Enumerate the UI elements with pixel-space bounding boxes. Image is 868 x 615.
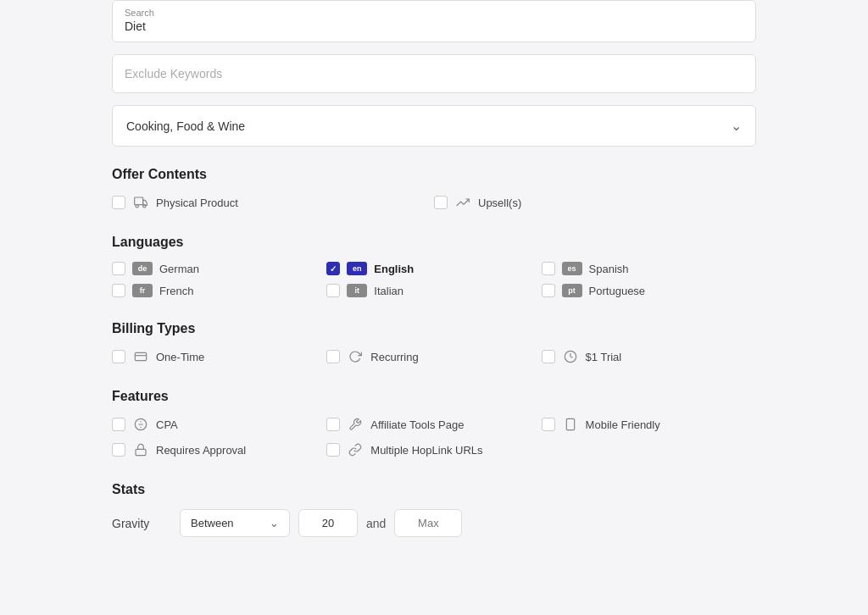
- features-title: Features: [112, 389, 756, 404]
- it-badge: it: [347, 284, 367, 297]
- mobile-icon: [562, 416, 579, 433]
- de-badge: de: [132, 262, 153, 275]
- multiple-hoplinks-checkbox[interactable]: [326, 443, 340, 457]
- english-checkbox[interactable]: [326, 262, 340, 275]
- lang-german[interactable]: de German: [112, 262, 326, 275]
- stats-section: Stats Gravity Between ⌄ and: [112, 482, 756, 537]
- search-label: Search: [125, 8, 743, 18]
- clock-icon: [562, 348, 579, 365]
- languages-section: Languages de German en English es Spanis…: [112, 235, 756, 297]
- gravity-operator-select[interactable]: Between ⌄: [180, 509, 290, 537]
- portuguese-checkbox[interactable]: [542, 284, 555, 297]
- one-time-label: One-Time: [156, 351, 204, 363]
- billing-trial[interactable]: $1 Trial: [542, 348, 756, 365]
- french-checkbox[interactable]: [112, 284, 125, 297]
- portuguese-label: Portuguese: [589, 285, 646, 297]
- wrench-icon: [347, 416, 364, 433]
- search-box: Search: [112, 0, 756, 42]
- one-time-checkbox[interactable]: [112, 350, 125, 363]
- offer-contents-section: Offer Contents Physical Product: [112, 167, 756, 211]
- search-input[interactable]: [125, 19, 743, 33]
- gravity-operator-value: Between: [191, 517, 234, 529]
- exclude-keywords-box[interactable]: Exclude Keywords: [112, 54, 756, 93]
- features-options: CPA Affiliate Tools Page Mobil: [112, 416, 756, 458]
- feature-mobile-friendly[interactable]: Mobile Friendly: [542, 416, 756, 433]
- upsells-checkbox[interactable]: [434, 196, 448, 209]
- spanish-checkbox[interactable]: [542, 262, 555, 275]
- multiple-hoplinks-label: Multiple HopLink URLs: [370, 444, 482, 457]
- en-badge: en: [347, 262, 367, 275]
- offer-upsells[interactable]: Upsell(s): [434, 194, 756, 211]
- lang-french[interactable]: fr French: [112, 284, 326, 297]
- lang-portuguese[interactable]: pt Portuguese: [542, 284, 756, 297]
- refresh-icon: [347, 348, 364, 365]
- svg-rect-9: [136, 449, 146, 455]
- spanish-label: Spanish: [589, 263, 629, 275]
- dollar-circle-icon: [132, 416, 149, 433]
- billing-types-options: One-Time Recurring $1 Trial: [112, 348, 756, 365]
- pt-badge: pt: [562, 284, 582, 297]
- italian-label: Italian: [374, 285, 403, 297]
- link-icon: [347, 441, 364, 458]
- gravity-and-label: and: [366, 517, 386, 530]
- mobile-friendly-label: Mobile Friendly: [586, 418, 660, 431]
- recurring-label: Recurring: [370, 351, 418, 363]
- requires-approval-checkbox[interactable]: [112, 443, 125, 457]
- billing-types-title: Billing Types: [112, 321, 756, 336]
- truck-icon: [132, 194, 149, 211]
- features-section: Features CPA Affiliate Tools Pag: [112, 389, 756, 458]
- fr-badge: fr: [132, 284, 153, 297]
- feature-affiliate-tools[interactable]: Affiliate Tools Page: [326, 416, 541, 433]
- affiliate-tools-label: Affiliate Tools Page: [370, 418, 464, 431]
- gravity-row: Gravity Between ⌄ and: [112, 509, 756, 537]
- lang-english[interactable]: en English: [326, 262, 541, 275]
- offer-contents-title: Offer Contents: [112, 167, 756, 182]
- trial-label: $1 Trial: [586, 351, 622, 363]
- languages-options: de German en English es Spanish fr Frenc…: [112, 262, 756, 297]
- category-value: Cooking, Food & Wine: [126, 119, 245, 133]
- svg-rect-7: [566, 418, 574, 429]
- lock-icon: [132, 441, 149, 458]
- lang-italian[interactable]: it Italian: [326, 284, 541, 297]
- feature-requires-approval[interactable]: Requires Approval: [112, 441, 326, 458]
- english-label: English: [374, 263, 414, 275]
- lang-spanish[interactable]: es Spanish: [542, 262, 756, 275]
- category-dropdown[interactable]: Cooking, Food & Wine ⌄: [112, 105, 756, 147]
- svg-point-1: [136, 205, 138, 208]
- dollar-icon: [132, 348, 149, 365]
- svg-point-2: [143, 205, 146, 208]
- stats-title: Stats: [112, 482, 756, 497]
- affiliate-tools-checkbox[interactable]: [326, 418, 340, 431]
- german-label: German: [159, 263, 199, 275]
- offer-contents-options: Physical Product Upsell(s): [112, 194, 756, 211]
- chevron-down-icon: ⌄: [731, 118, 742, 134]
- recurring-checkbox[interactable]: [326, 350, 340, 363]
- feature-cpa[interactable]: CPA: [112, 416, 326, 433]
- exclude-keywords-placeholder: Exclude Keywords: [125, 67, 222, 80]
- gravity-min-input[interactable]: [298, 509, 358, 537]
- cpa-checkbox[interactable]: [112, 418, 125, 431]
- offer-physical-product[interactable]: Physical Product: [112, 194, 434, 211]
- french-label: French: [159, 285, 193, 297]
- es-badge: es: [562, 262, 582, 275]
- svg-rect-0: [135, 197, 143, 205]
- billing-types-section: Billing Types One-Time Recurring: [112, 321, 756, 365]
- cpa-label: CPA: [156, 418, 178, 431]
- trial-checkbox[interactable]: [542, 350, 555, 363]
- requires-approval-label: Requires Approval: [156, 444, 246, 457]
- physical-product-checkbox[interactable]: [112, 196, 125, 209]
- italian-checkbox[interactable]: [326, 284, 340, 297]
- svg-rect-3: [135, 352, 146, 360]
- chevron-down-icon: ⌄: [270, 517, 279, 529]
- physical-product-label: Physical Product: [156, 197, 238, 209]
- mobile-friendly-checkbox[interactable]: [542, 418, 555, 431]
- upsells-label: Upsell(s): [478, 197, 521, 209]
- languages-title: Languages: [112, 235, 756, 250]
- gravity-max-input[interactable]: [394, 509, 462, 537]
- billing-one-time[interactable]: One-Time: [112, 348, 326, 365]
- trending-up-icon: [454, 194, 471, 211]
- gravity-label: Gravity: [112, 517, 171, 530]
- german-checkbox[interactable]: [112, 262, 125, 275]
- feature-multiple-hoplinks[interactable]: Multiple HopLink URLs: [326, 441, 541, 458]
- billing-recurring[interactable]: Recurring: [326, 348, 541, 365]
